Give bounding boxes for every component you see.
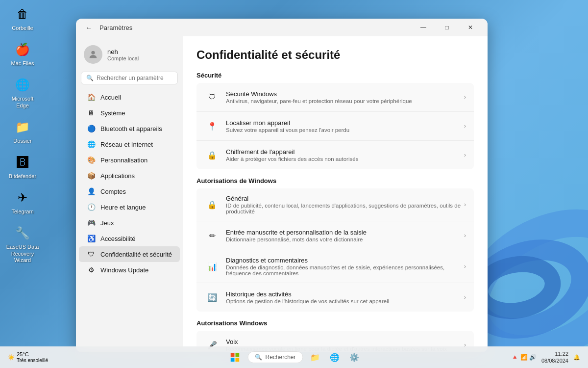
taskbar-right: 🔺 📶 🔊 11:22 08/08/2024 🔔 — [511, 350, 580, 365]
systeme-nav-icon: 🖥 — [87, 108, 96, 117]
settings-item-securite-windows[interactable]: 🛡 Sécurité Windows Antivirus, navigateur… — [196, 83, 474, 112]
sidebar-item-comptes[interactable]: 👤 Comptes — [79, 184, 180, 199]
user-profile[interactable]: neh Compte local — [76, 40, 183, 71]
telegram-label: Telegram — [11, 209, 33, 215]
section-header-autorisations-windows: Autorisations de Windows — [196, 177, 474, 184]
desktop-icon-bitdefender[interactable]: 🅱 Bitdefender — [6, 153, 39, 180]
search-input[interactable] — [97, 75, 172, 81]
personnalisation-nav-icon: 🎨 — [87, 156, 96, 164]
desktop-icon-telegram[interactable]: ✈ Telegram — [6, 188, 39, 215]
main-content: Confidentialité et sécurité Sécurité 🛡 S… — [183, 36, 488, 352]
sections-container: Sécurité 🛡 Sécurité Windows Antivirus, n… — [196, 72, 474, 352]
taskbar-file-explorer[interactable]: 📁 — [307, 349, 323, 365]
chiffrement-desc: Aider à protéger vos fichiers des accès … — [226, 156, 464, 162]
diagnostics-title: Diagnostics et commentaires — [226, 257, 464, 264]
sidebar-item-accueil[interactable]: 🏠 Accueil — [79, 89, 180, 105]
taskbar-search-icon: 🔍 — [255, 354, 262, 361]
entree-manuscrite-icon: ✏ — [204, 228, 220, 243]
sidebar-item-confidentialite[interactable]: 🛡 Confidentialité et sécurité — [79, 246, 180, 262]
securite-windows-desc: Antivirus, navigateur, pare-feu et prote… — [226, 98, 464, 104]
user-name: neh — [107, 48, 139, 55]
close-button[interactable]: ✕ — [459, 20, 482, 35]
corbeille-label: Corbeille — [12, 25, 33, 31]
securite-windows-title: Sécurité Windows — [226, 90, 464, 98]
telegram-icon: ✈ — [13, 188, 32, 207]
sidebar-item-applications[interactable]: 📦 Applications — [79, 168, 180, 184]
desktop-icon-corbeille[interactable]: 🗑 Corbeille — [6, 5, 39, 31]
chiffrement-text: Chiffrement de l'appareil Aider à protég… — [226, 148, 464, 162]
taskbar-settings[interactable]: ⚙️ — [346, 349, 362, 365]
settings-item-entree-manuscrite[interactable]: ✏ Entrée manuscrite et personnalisation … — [196, 221, 474, 250]
notification-icon[interactable]: 🔔 — [573, 354, 580, 361]
historique-desc: Options de gestion de l'historique de vo… — [226, 298, 464, 304]
edge-icon: 🌐 — [13, 76, 32, 94]
easeus-label: EaseUS Data Recovery Wizard — [6, 244, 39, 263]
settings-item-general[interactable]: 🔒 Général ID de publicité, contenu local… — [196, 188, 474, 221]
jeux-nav-icon: 🎮 — [87, 218, 96, 227]
sidebar-item-systeme[interactable]: 🖥 Système — [79, 105, 180, 121]
svg-rect-5 — [235, 353, 239, 357]
svg-rect-4 — [230, 353, 234, 357]
corbeille-icon: 🗑 — [13, 5, 32, 24]
title-bar-left: ← Paramètres — [82, 21, 132, 34]
desktop-icon-edge[interactable]: 🌐 Microsoft Edge — [6, 76, 39, 108]
desktop-icons: 🗑 Corbeille 🍎 Mac Files 🌐 Microsoft Edge… — [6, 5, 39, 263]
general-chevron: › — [464, 201, 466, 208]
user-type: Compte local — [107, 55, 139, 61]
localiser-text: Localiser mon appareil Suivez votre appa… — [226, 119, 464, 133]
diagnostics-desc: Données de diagnostic, données manuscrit… — [226, 264, 464, 276]
desktop-icon-easeus[interactable]: 🔧 EaseUS Data Recovery Wizard — [6, 224, 39, 263]
taskbar-tray-icons: 🔺 📶 🔊 — [511, 354, 537, 361]
localiser-icon: 📍 — [204, 118, 220, 134]
desktop-icon-dossier[interactable]: 📁 Dossier — [6, 118, 39, 144]
comptes-nav-icon: 👤 — [87, 187, 96, 196]
localiser-desc: Suivez votre appareil si vous pensez l'a… — [226, 127, 464, 133]
reseau-nav-label: Réseau et Internet — [100, 141, 153, 148]
securite-windows-text: Sécurité Windows Antivirus, navigateur, … — [226, 90, 464, 104]
search-box[interactable]: 🔍 — [81, 72, 178, 84]
accessibilite-nav-label: Accessibilité — [100, 235, 136, 242]
accessibilite-nav-icon: ♿ — [87, 234, 96, 243]
reseau-nav-icon: 🌐 — [87, 140, 96, 149]
settings-item-chiffrement[interactable]: 🔒 Chiffrement de l'appareil Aider à prot… — [196, 141, 474, 169]
sidebar-item-bluetooth[interactable]: 🔵 Bluetooth et appareils — [79, 121, 180, 136]
diagnostics-text: Diagnostics et commentaires Données de d… — [226, 257, 464, 276]
securite-windows-chevron: › — [464, 94, 466, 101]
taskbar-weather: ☀️ 25°C Très ensoleillé — [8, 351, 48, 363]
back-button[interactable]: ← — [82, 21, 96, 34]
taskbar-time[interactable]: 11:22 08/08/2024 — [541, 350, 568, 365]
desktop-icon-mac-files[interactable]: 🍎 Mac Files — [6, 40, 39, 67]
taskbar-search-label: Rechercher — [265, 354, 295, 361]
diagnostics-chevron: › — [464, 263, 466, 270]
minimize-button[interactable]: — — [412, 20, 435, 35]
sidebar-item-jeux[interactable]: 🎮 Jeux — [79, 215, 180, 231]
user-avatar — [84, 45, 102, 64]
user-info: neh Compte local — [107, 48, 139, 61]
taskbar-search[interactable]: 🔍 Rechercher — [247, 351, 303, 363]
settings-item-historique[interactable]: 🔄 Historique des activités Options de ge… — [196, 283, 474, 312]
general-desc: ID de publicité, contenu local, lancemen… — [226, 203, 464, 214]
sidebar-item-reseau[interactable]: 🌐 Réseau et Internet — [79, 136, 180, 152]
section-header-securite: Sécurité — [196, 72, 474, 79]
entree-manuscrite-desc: Dictionnaire personnalisé, mots dans vot… — [226, 237, 464, 242]
date-display: 08/08/2024 — [541, 357, 568, 364]
settings-item-localiser[interactable]: 📍 Localiser mon appareil Suivez votre ap… — [196, 112, 474, 141]
file-explorer-icon: 📁 — [310, 353, 320, 362]
systeme-nav-label: Système — [100, 109, 125, 117]
sidebar-item-windows-update[interactable]: ⚙ Windows Update — [79, 262, 180, 278]
sidebar: neh Compte local 🔍 🏠 Accueil 🖥 Système 🔵… — [76, 36, 183, 352]
start-button[interactable] — [226, 348, 244, 366]
bluetooth-nav-icon: 🔵 — [87, 124, 96, 133]
general-icon: 🔒 — [204, 197, 220, 212]
taskbar-edge[interactable]: 🌐 — [327, 349, 343, 365]
settings-group-securite: 🛡 Sécurité Windows Antivirus, navigateur… — [196, 83, 474, 169]
maximize-button[interactable]: □ — [436, 20, 458, 35]
easeus-icon: 🔧 — [13, 224, 32, 242]
sidebar-item-personnalisation[interactable]: 🎨 Personnalisation — [79, 152, 180, 168]
settings-item-diagnostics[interactable]: 📊 Diagnostics et commentaires Données de… — [196, 250, 474, 283]
historique-title: Historique des activités — [226, 290, 464, 298]
comptes-nav-label: Comptes — [100, 188, 126, 195]
sidebar-item-heure[interactable]: 🕐 Heure et langue — [79, 199, 180, 215]
sidebar-item-accessibilite[interactable]: ♿ Accessibilité — [79, 231, 180, 246]
title-bar: ← Paramètres — □ ✕ — [76, 19, 488, 36]
